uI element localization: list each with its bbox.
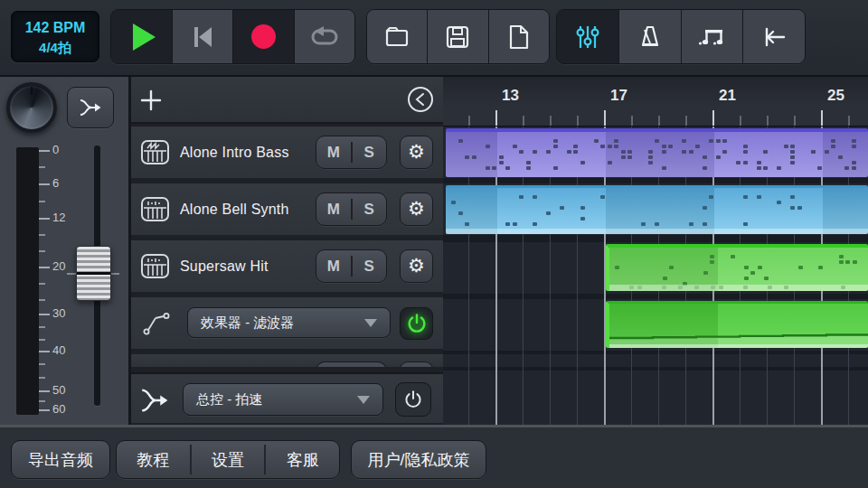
mute-button[interactable]: M — [316, 193, 351, 225]
master-row[interactable]: 总控 - 拍速 — [131, 372, 443, 423]
scale-tick-major — [39, 183, 50, 185]
note-dot — [573, 150, 578, 154]
note-dot — [641, 222, 646, 226]
effect-selector-dropdown[interactable]: 效果器 - 滤波器 — [187, 307, 391, 338]
master-selector-dropdown[interactable]: 总控 - 拍速 — [183, 383, 383, 416]
privacy-policy-button[interactable]: 用户/隐私政策 — [351, 440, 486, 479]
note-dot — [838, 155, 843, 159]
scale-tick-minor — [39, 201, 45, 202]
arrangement-timeline[interactable]: 13172125 — [443, 77, 868, 425]
file-controls — [366, 9, 550, 64]
note-dot — [600, 145, 605, 148]
note-dot — [486, 166, 490, 170]
timeline-row-strip — [443, 354, 868, 367]
effect-automation-row[interactable]: 效果器 - 滤波器 — [131, 297, 443, 349]
note-dot — [744, 277, 749, 280]
mixer-sliders-icon — [575, 24, 600, 50]
mixer-view-button[interactable] — [557, 10, 618, 63]
effect-power-button[interactable] — [400, 307, 433, 340]
track-row-partial[interactable] — [131, 354, 443, 367]
rewind-button[interactable] — [173, 10, 233, 63]
ruler-tick-minor — [794, 116, 796, 126]
track-settings-button[interactable]: ⚙ — [400, 136, 433, 169]
note-dot — [615, 266, 619, 269]
bpm-display[interactable]: 142 BPM 4/4拍 — [11, 11, 99, 62]
scale-tick-major — [39, 150, 50, 152]
save-project-button[interactable] — [428, 10, 487, 63]
open-project-button[interactable] — [367, 10, 427, 63]
note-dot — [648, 155, 653, 159]
note-dot — [486, 145, 490, 148]
master-power-button[interactable] — [395, 382, 431, 417]
play-button[interactable] — [111, 10, 172, 63]
scale-label: 20 — [52, 259, 65, 273]
note-dot — [777, 201, 781, 204]
ruler-tick-minor — [523, 116, 524, 126]
track-settings-button[interactable]: ⚙ — [400, 192, 433, 226]
note-dot — [580, 217, 585, 221]
volume-fader-handle[interactable] — [76, 246, 111, 301]
clip-purple[interactable] — [446, 128, 868, 177]
solo-button[interactable]: S — [353, 193, 387, 225]
scale-tick-minor — [39, 250, 45, 252]
track-row[interactable]: Alone Bell Synth M S ⚙ — [131, 183, 443, 235]
mute-button[interactable]: M — [316, 136, 351, 168]
channel-routing-button[interactable] — [67, 87, 114, 128]
note-dot — [743, 286, 748, 289]
synth-instrument-icon — [140, 137, 170, 167]
note-dot — [797, 206, 802, 210]
record-button[interactable] — [233, 10, 294, 63]
bpm-value: 142 BPM — [12, 18, 99, 38]
channel-mixer-strip: 06122030405060 — [0, 77, 131, 425]
note-dot — [513, 145, 517, 148]
scale-label: 0 — [52, 143, 59, 156]
export-audio-button[interactable]: 导出音频 — [11, 440, 110, 479]
new-project-button[interactable] — [489, 10, 549, 63]
go-to-start-button[interactable] — [743, 10, 805, 63]
note-dot — [853, 260, 857, 264]
note-dot — [694, 286, 699, 289]
clip-blue[interactable] — [446, 185, 868, 234]
mute-button[interactable]: M — [316, 250, 351, 282]
add-track-icon[interactable] — [140, 89, 162, 111]
track-row[interactable]: Supersaw Hit M S ⚙ — [131, 240, 443, 292]
note-dot — [777, 166, 781, 170]
scale-label: 40 — [52, 343, 65, 357]
note-dot — [627, 155, 632, 159]
track-name: Alone Bell Synth — [180, 202, 289, 218]
clip-green[interactable] — [606, 244, 868, 291]
scale-tick-major — [39, 314, 50, 315]
note-dot — [764, 277, 769, 280]
note-dot — [731, 255, 735, 258]
note-dot — [472, 155, 476, 159]
note-dot — [852, 161, 856, 164]
note-dot — [790, 155, 795, 159]
metronome-button[interactable] — [619, 10, 681, 63]
note-dot — [451, 201, 456, 204]
note-dot — [703, 155, 707, 159]
note-dot — [546, 150, 551, 154]
support-button[interactable]: 客服 — [266, 441, 339, 478]
tutorial-button[interactable]: 教程 — [117, 441, 190, 478]
solo-button[interactable]: S — [353, 136, 387, 168]
scale-tick-minor — [39, 326, 45, 328]
collapse-panel-icon[interactable] — [407, 86, 434, 113]
timeline-ruler[interactable]: 13172125 — [443, 77, 868, 127]
solo-button[interactable]: S — [353, 250, 387, 282]
track-settings-button[interactable]: ⚙ — [400, 249, 433, 283]
settings-button[interactable]: 设置 — [192, 441, 265, 478]
clip-green2[interactable] — [606, 301, 868, 348]
loop-button[interactable] — [295, 10, 355, 63]
track-row[interactable]: Alone Intro Bass M S ⚙ — [131, 127, 443, 178]
scale-label: 6 — [52, 176, 59, 190]
pan-knob[interactable] — [6, 82, 57, 133]
chevron-down-icon — [357, 396, 370, 404]
music-notes-icon — [698, 26, 725, 48]
master-routing-icon — [138, 387, 171, 414]
note-dot — [519, 150, 524, 154]
note-dot — [722, 150, 727, 154]
pattern-notes-button[interactable] — [682, 10, 743, 63]
ruler-tick-minor — [631, 116, 633, 126]
track-settings-button — [400, 361, 433, 367]
scale-tick-minor — [39, 363, 45, 365]
